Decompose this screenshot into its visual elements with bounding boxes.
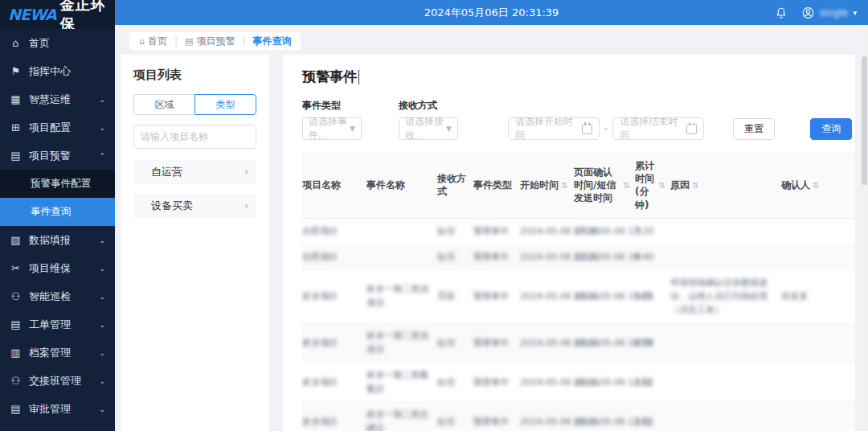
events-table: 项目名称事件名称接收方式事件类型开始时间⇅页面确认时间/短信发送时间⇅累计时间(… xyxy=(302,153,855,431)
column-header[interactable]: 页面确认时间/短信发送时间⇅ xyxy=(574,153,635,218)
cell-type: 预警事件 xyxy=(473,219,520,244)
event-type-select[interactable]: 请选择事件... ▼ xyxy=(302,117,362,140)
cell-project: 新乡项目 xyxy=(302,330,366,355)
column-label: 事件类型 xyxy=(473,179,512,191)
table-row: 新乡项目新乡一期二类浊度仪短信预警事件2024-05-06 10:112024-… xyxy=(302,323,855,363)
cell-confirmer: 张某某 xyxy=(781,284,855,309)
sidebar-item[interactable]: ⚑指挥中心 xyxy=(0,57,115,85)
redacted-text: 合肥项目 xyxy=(302,252,338,262)
sidebar-item[interactable]: ▦智慧运维⌄ xyxy=(0,85,115,113)
project-search-input[interactable]: 请输入项目名称 xyxy=(133,125,256,149)
sidebar-subitem[interactable]: 事件查询 xyxy=(0,198,115,226)
cell-type: 预警事件 xyxy=(473,330,520,355)
tree-item-equipment-sale[interactable]: 设备买卖 › xyxy=(133,194,256,218)
redacted-text: 875 xyxy=(635,338,652,348)
sidebar-item[interactable]: ▤项目预警⌃ xyxy=(0,142,115,170)
chevron-right-icon: › xyxy=(244,166,248,178)
sidebar-item[interactable]: ▤审批管理⌄ xyxy=(0,395,115,423)
sort-icon[interactable]: ⇅ xyxy=(659,180,665,191)
tree-item-self-operated[interactable]: 自运营 › xyxy=(133,160,256,184)
cell-reason xyxy=(670,225,781,236)
avatar-icon xyxy=(801,6,815,19)
redacted-text: 预警事件 xyxy=(473,377,509,388)
cell-project: 合肥项目 xyxy=(302,244,366,269)
calendar-icon xyxy=(686,124,697,134)
sidebar-item[interactable]: ▥档案管理⌄ xyxy=(0,339,115,367)
project-tabs: 区域 类型 xyxy=(133,94,256,115)
calendar-icon xyxy=(582,124,592,134)
sort-icon[interactable]: ⇅ xyxy=(813,180,819,191)
receive-method-select[interactable]: 请选择接收... ▼ xyxy=(399,117,458,140)
sort-icon[interactable]: ⇅ xyxy=(692,180,698,191)
redacted-text: 新乡一期二类氨氮仪 xyxy=(366,370,428,394)
cell-confirmer xyxy=(781,225,855,236)
text-cursor xyxy=(358,70,359,84)
sidebar-item-label: 数据填报 xyxy=(29,233,71,248)
start-time-input[interactable]: 请选择开始时间 xyxy=(508,117,600,140)
chevron-down-icon: ⌄ xyxy=(99,293,105,301)
redacted-text: 预警事件 xyxy=(473,338,509,348)
cell-confirmer xyxy=(781,416,855,427)
sidebar-item-label: 审批管理 xyxy=(29,402,71,417)
sidebar-item[interactable]: ⚇智能巡检⌄ xyxy=(0,282,115,310)
sidebar-item[interactable]: ⚇交接班管理⌄ xyxy=(0,367,115,395)
cell-confirm: 2024-05-06 20:18 xyxy=(574,330,635,355)
chevron-down-icon: ⌄ xyxy=(99,124,105,132)
reset-button[interactable]: 重置 xyxy=(733,118,775,140)
sidebar-item-label: 智能巡检 xyxy=(29,289,71,304)
project-list-panel: 项目列表 区域 类型 请输入项目名称 自运营 › 设备买卖 › xyxy=(121,55,269,431)
app-logo: NEWA 金正环保 xyxy=(0,0,115,29)
sidebar-item[interactable]: ✂项目维保⌄ xyxy=(0,254,115,282)
cell-event xyxy=(366,225,437,236)
sort-icon[interactable]: ⇅ xyxy=(624,180,630,191)
sidebar-item-label: 项目预警 xyxy=(29,149,71,163)
breadcrumb-home[interactable]: ⌂ 首页 xyxy=(139,35,167,48)
sidebar-item-label: 交接班管理 xyxy=(29,374,81,388)
tab-region[interactable]: 区域 xyxy=(133,94,194,115)
sidebar-item[interactable]: ⊞项目配置⌄ xyxy=(0,113,115,142)
user-menu[interactable]: single ▾ xyxy=(801,6,857,19)
redacted-text: 新乡一期二类浊度仪 xyxy=(366,284,428,308)
sidebar-item-label: 指挥中心 xyxy=(29,64,71,79)
approval-icon: ▤ xyxy=(10,403,22,415)
scrollbar-thumb[interactable] xyxy=(862,56,867,185)
column-label: 项目名称 xyxy=(302,179,341,191)
brand-en: NEWA xyxy=(8,6,56,23)
column-header[interactable]: 原因⇅ xyxy=(670,153,781,218)
sidebar-item[interactable]: ▧数据填报⌄ xyxy=(0,226,115,254)
sidebar-item-label: 工单管理 xyxy=(29,318,71,332)
column-header[interactable]: 确认人⇅ xyxy=(781,153,855,218)
project-config-icon: ⊞ xyxy=(10,121,22,133)
vertical-scrollbar[interactable] xyxy=(861,29,868,431)
table-row: 合肥项目短信预警事件2024-05-06 17:202024-05-06 17:… xyxy=(302,219,855,244)
table-row: 合肥项目短信预警事件2024-05-06 12:222024-05-06 16:… xyxy=(302,244,855,270)
cell-start: 2024-05-06 10:11 xyxy=(520,330,574,355)
redacted-text: 短信 xyxy=(437,338,455,348)
chevron-up-icon: ⌃ xyxy=(99,152,105,160)
chevron-down-icon: ▼ xyxy=(446,125,452,133)
sort-icon[interactable]: ⇅ xyxy=(561,180,567,191)
cell-reason xyxy=(670,251,781,262)
cell-event xyxy=(366,251,437,262)
bell-icon[interactable] xyxy=(775,6,788,19)
search-button[interactable]: 查询 xyxy=(810,118,852,140)
redacted-text: 新乡项目 xyxy=(302,417,338,427)
sidebar-subitem[interactable]: 预警事件配置 xyxy=(0,170,115,198)
cell-confirm: 2024-05-06 10:25 xyxy=(574,284,635,309)
cell-confirmer xyxy=(781,251,855,262)
sidebar-item[interactable]: ▤工单管理⌄ xyxy=(0,310,115,339)
column-header[interactable]: 开始时间⇅ xyxy=(520,153,574,218)
redacted-text: 2024-05-06 17:20 xyxy=(574,224,653,238)
redacted-text: 131 xyxy=(635,377,652,388)
tab-type[interactable]: 类型 xyxy=(194,94,256,115)
sidebar-menu: ⌂首页⚑指挥中心▦智慧运维⌄⊞项目配置⌄▤项目预警⌃预警事件配置事件查询▧数据填… xyxy=(0,29,115,431)
breadcrumb-project-warning[interactable]: ▤ 项目预警 xyxy=(185,35,235,48)
data-report-icon: ▧ xyxy=(10,234,22,246)
cell-project: 新乡项目 xyxy=(302,409,366,431)
breadcrumb-event-query[interactable]: 事件查询 xyxy=(252,35,291,48)
column-header[interactable]: 累计时间(分钟)⇅ xyxy=(635,153,670,218)
top-bar: 2024年05月06日 20:31:39 single ▾ xyxy=(115,0,868,25)
end-time-input[interactable]: 请选择结束时间 xyxy=(612,117,704,140)
redacted-text: 环保现场确认仪表数据波动，运维人员已到场处理（详见工单） xyxy=(670,277,768,315)
sidebar-item[interactable]: ⌂首页 xyxy=(0,29,115,57)
